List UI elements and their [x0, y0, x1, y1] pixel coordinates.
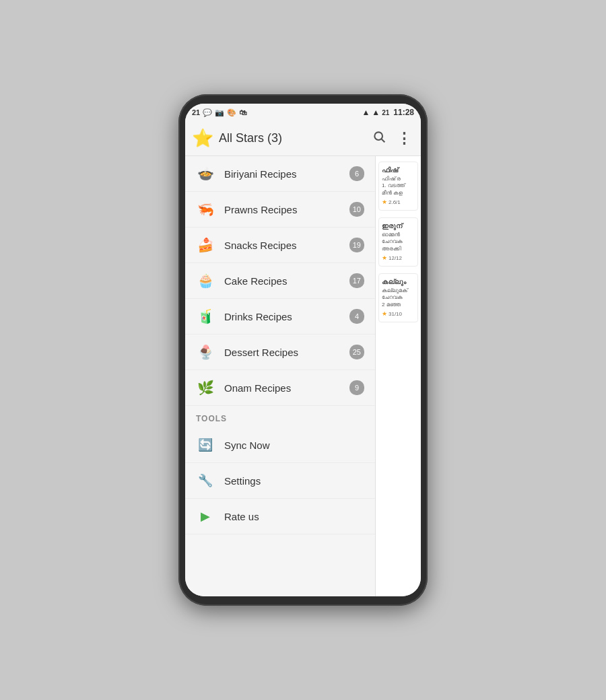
- rate-label: Rate us: [224, 511, 364, 522]
- onam-badge: 9: [349, 380, 364, 395]
- biriyani-label: Biriyani Recipes: [224, 168, 349, 180]
- menu-item-dessert[interactable]: 🍨 Dessert Recipes 25: [185, 335, 375, 370]
- side-card-2-text: ഓമ്മൻചേറവകഅരക്കി: [382, 232, 415, 252]
- snacks-icon: 🍰: [196, 236, 215, 254]
- rating-value-3: 31/10: [389, 311, 402, 318]
- onam-label: Onam Recipes: [224, 382, 349, 394]
- settings-label: Settings: [224, 475, 364, 487]
- paint-icon: 🎨: [227, 108, 236, 117]
- whatsapp-icon: 💬: [203, 108, 212, 117]
- menu-item-cake[interactable]: 🧁 Cake Recipes 17: [185, 263, 375, 299]
- status-left-icons: 21 💬 📷 🎨 🛍: [192, 108, 246, 117]
- menu-item-snacks[interactable]: 🍰 Snacks Recipes 19: [185, 228, 375, 263]
- menu-item-settings[interactable]: 🔧 Settings: [185, 463, 375, 499]
- snacks-badge: 19: [349, 238, 364, 252]
- settings-icon: 🔧: [196, 471, 215, 490]
- prawns-icon: 🦐: [196, 200, 215, 219]
- prawns-label: Prawns Recipes: [224, 204, 349, 215]
- wifi-icon: ▲: [362, 108, 370, 117]
- main-menu: 🍲 Biriyani Recipes 6 🦐 Prawns Recipes 10…: [185, 156, 375, 596]
- app-bar-title: All Stars (3): [219, 131, 364, 145]
- app-bar: ⭐ All Stars (3) ⋮: [185, 121, 421, 156]
- dessert-label: Dessert Recipes: [224, 347, 349, 358]
- menu-item-prawns[interactable]: 🦐 Prawns Recipes 10: [185, 192, 375, 228]
- search-button[interactable]: [370, 127, 389, 149]
- side-card-1-text: ഫിഷ് ര1. വടത്ത്മീൻ കള: [382, 176, 415, 197]
- side-card-2-rating: ★ 12/12: [382, 254, 415, 262]
- menu-item-rate[interactable]: ▶ Rate us: [185, 499, 375, 534]
- menu-item-sync[interactable]: 🔄 Sync Now: [185, 427, 375, 463]
- star-rating-icon: ★: [382, 199, 387, 207]
- play-icon: ▶: [196, 507, 215, 526]
- more-options-button[interactable]: ⋮: [394, 129, 414, 149]
- status-right-icons: ▲ ▲ 21 11:28: [362, 108, 414, 117]
- svg-line-1: [382, 139, 385, 143]
- side-card-2-title: ഇരുന്: [382, 221, 415, 230]
- prawns-badge: 10: [349, 202, 364, 217]
- star-rating-icon-3: ★: [382, 310, 387, 318]
- dessert-badge: 25: [349, 345, 364, 359]
- side-card-1-title: ഫിഷ്: [382, 166, 415, 174]
- notification-count: 21: [192, 108, 200, 116]
- side-card-1[interactable]: ഫിഷ് ഫിഷ് ര1. വടത്ത്മീൻ കള ★ 2.6/1: [378, 162, 418, 211]
- snacks-label: Snacks Recipes: [224, 240, 349, 251]
- phone-device: 21 💬 📷 🎨 🛍 ▲ ▲ 21 11:28 ⭐ All Stars (3): [178, 94, 428, 606]
- biriyani-badge: 6: [349, 166, 364, 181]
- phone-screen: 21 💬 📷 🎨 🛍 ▲ ▲ 21 11:28 ⭐ All Stars (3): [185, 104, 421, 596]
- cake-label: Cake Recipes: [224, 275, 349, 287]
- battery-num: 21: [382, 109, 389, 116]
- star-rating-icon-2: ★: [382, 254, 387, 262]
- cake-badge: 17: [349, 273, 364, 288]
- clock: 11:28: [393, 108, 414, 117]
- bag-icon: 🛍: [239, 108, 246, 116]
- side-card-2[interactable]: ഇരുന് ഓമ്മൻചേറവകഅരക്കി ★ 12/12: [378, 217, 418, 267]
- status-bar: 21 💬 📷 🎨 🛍 ▲ ▲ 21 11:28: [185, 104, 421, 121]
- rating-value: 2.6/1: [389, 199, 401, 206]
- drinks-badge: 4: [349, 309, 364, 324]
- drinks-icon: 🧃: [196, 307, 215, 326]
- side-card-3-text: കല്ലുമക്ചേറവക2 മഞ്ഞ: [382, 287, 415, 308]
- dessert-icon: 🍨: [196, 343, 215, 361]
- screenshot-icon: 📷: [215, 108, 224, 117]
- side-panel: ഫിഷ് ഫിഷ് ര1. വടത്ത്മീൻ കള ★ 2.6/1 ഇരുന്…: [375, 156, 421, 596]
- biriyani-icon: 🍲: [196, 164, 215, 183]
- signal-icon: ▲: [372, 108, 380, 117]
- drinks-label: Drinks Recipes: [224, 311, 349, 322]
- side-card-3-title: കല്ലും: [382, 277, 415, 286]
- content-area: 🍲 Biriyani Recipes 6 🦐 Prawns Recipes 10…: [185, 156, 421, 596]
- menu-item-drinks[interactable]: 🧃 Drinks Recipes 4: [185, 299, 375, 335]
- sync-icon: 🔄: [196, 435, 215, 454]
- sync-label: Sync Now: [224, 440, 364, 451]
- tools-header: TOOLS: [185, 406, 375, 427]
- svg-point-0: [374, 132, 382, 140]
- menu-item-onam[interactable]: 🌿 Onam Recipes 9: [185, 370, 375, 406]
- star-icon: ⭐: [192, 128, 213, 149]
- side-card-3-rating: ★ 31/10: [382, 310, 415, 318]
- side-card-3[interactable]: കല്ലും കല്ലുമക്ചേറവക2 മഞ്ഞ ★ 31/10: [378, 273, 418, 322]
- cake-icon: 🧁: [196, 271, 215, 290]
- menu-item-biriyani[interactable]: 🍲 Biriyani Recipes 6: [185, 156, 375, 192]
- onam-icon: 🌿: [196, 378, 215, 397]
- rating-value-2: 12/12: [389, 255, 402, 262]
- side-card-1-rating: ★ 2.6/1: [382, 199, 415, 207]
